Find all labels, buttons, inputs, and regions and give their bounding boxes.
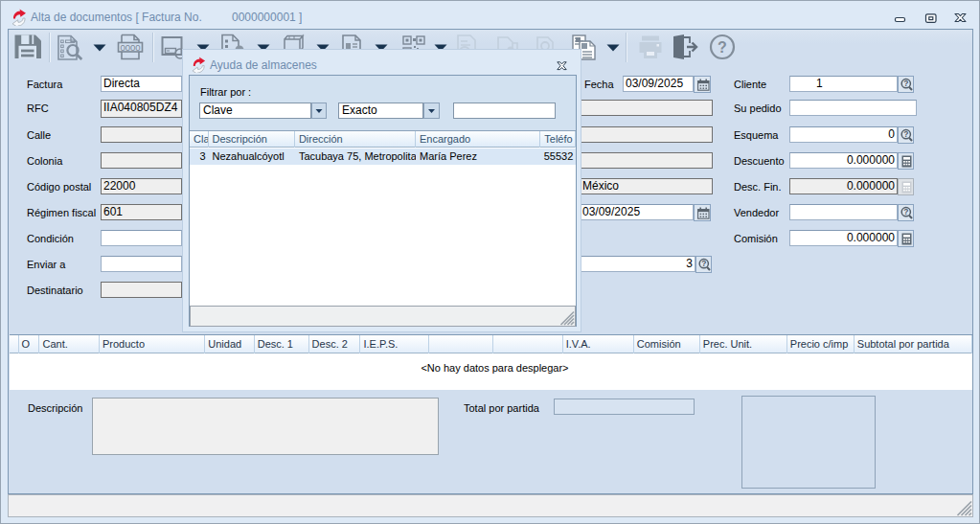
svg-text:0000: 0000	[120, 42, 140, 53]
svg-text:?: ?	[903, 207, 908, 216]
svg-text:?: ?	[718, 39, 727, 56]
svg-text:?: ?	[701, 259, 706, 268]
svg-text:?: ?	[903, 79, 908, 88]
svg-text:?: ?	[903, 129, 908, 139]
